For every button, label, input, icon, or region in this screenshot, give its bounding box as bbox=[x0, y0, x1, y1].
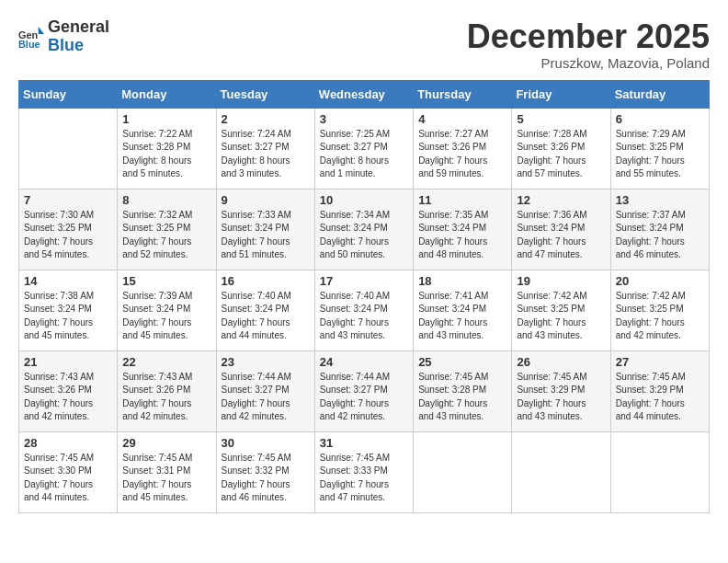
col-header-friday: Friday bbox=[512, 80, 610, 108]
day-number: 22 bbox=[122, 355, 210, 369]
calendar-cell: 22Sunrise: 7:43 AM Sunset: 3:26 PM Dayli… bbox=[118, 350, 216, 431]
day-info: Sunrise: 7:41 AM Sunset: 3:24 PM Dayligh… bbox=[418, 290, 506, 343]
calendar-cell: 31Sunrise: 7:45 AM Sunset: 3:33 PM Dayli… bbox=[314, 431, 413, 512]
day-number: 28 bbox=[24, 436, 112, 450]
day-number: 31 bbox=[320, 436, 408, 450]
day-info: Sunrise: 7:45 AM Sunset: 3:29 PM Dayligh… bbox=[517, 371, 605, 424]
day-info: Sunrise: 7:45 AM Sunset: 3:29 PM Dayligh… bbox=[616, 371, 704, 424]
day-number: 27 bbox=[616, 355, 704, 369]
day-info: Sunrise: 7:45 AM Sunset: 3:33 PM Dayligh… bbox=[320, 452, 408, 505]
day-info: Sunrise: 7:45 AM Sunset: 3:31 PM Dayligh… bbox=[122, 452, 210, 505]
col-header-sunday: Sunday bbox=[19, 80, 118, 108]
col-header-wednesday: Wednesday bbox=[314, 80, 413, 108]
svg-text:Blue: Blue bbox=[18, 39, 40, 50]
day-info: Sunrise: 7:42 AM Sunset: 3:25 PM Dayligh… bbox=[616, 290, 704, 343]
calendar-cell: 25Sunrise: 7:45 AM Sunset: 3:28 PM Dayli… bbox=[414, 350, 512, 431]
day-number: 3 bbox=[320, 112, 408, 126]
calendar-cell: 4Sunrise: 7:27 AM Sunset: 3:26 PM Daylig… bbox=[414, 108, 512, 189]
calendar-cell bbox=[414, 431, 512, 512]
day-info: Sunrise: 7:43 AM Sunset: 3:26 PM Dayligh… bbox=[24, 371, 112, 424]
day-number: 12 bbox=[517, 193, 605, 207]
calendar-cell: 15Sunrise: 7:39 AM Sunset: 3:24 PM Dayli… bbox=[118, 270, 216, 350]
day-info: Sunrise: 7:42 AM Sunset: 3:25 PM Dayligh… bbox=[517, 290, 605, 343]
calendar-cell: 11Sunrise: 7:35 AM Sunset: 3:24 PM Dayli… bbox=[414, 189, 512, 270]
day-number: 14 bbox=[24, 274, 112, 288]
calendar-cell: 28Sunrise: 7:45 AM Sunset: 3:30 PM Dayli… bbox=[19, 431, 118, 512]
day-info: Sunrise: 7:34 AM Sunset: 3:24 PM Dayligh… bbox=[320, 209, 408, 262]
day-number: 16 bbox=[222, 274, 310, 288]
day-number: 1 bbox=[122, 112, 210, 126]
day-number: 17 bbox=[320, 274, 408, 288]
day-number: 25 bbox=[418, 355, 506, 369]
location: Pruszkow, Mazovia, Poland bbox=[467, 55, 710, 71]
col-header-saturday: Saturday bbox=[610, 80, 709, 108]
col-header-thursday: Thursday bbox=[414, 80, 512, 108]
day-info: Sunrise: 7:33 AM Sunset: 3:24 PM Dayligh… bbox=[222, 209, 310, 262]
logo-general: General bbox=[48, 18, 109, 37]
calendar-cell: 19Sunrise: 7:42 AM Sunset: 3:25 PM Dayli… bbox=[512, 270, 610, 350]
calendar-cell: 18Sunrise: 7:41 AM Sunset: 3:24 PM Dayli… bbox=[414, 270, 512, 350]
calendar-cell: 29Sunrise: 7:45 AM Sunset: 3:31 PM Dayli… bbox=[118, 431, 216, 512]
day-number: 29 bbox=[122, 436, 210, 450]
day-number: 20 bbox=[616, 274, 704, 288]
col-header-monday: Monday bbox=[118, 80, 216, 108]
calendar-header: SundayMondayTuesdayWednesdayThursdayFrid… bbox=[19, 80, 710, 108]
calendar-cell: 3Sunrise: 7:25 AM Sunset: 3:27 PM Daylig… bbox=[314, 108, 413, 189]
calendar-cell: 6Sunrise: 7:29 AM Sunset: 3:25 PM Daylig… bbox=[610, 108, 709, 189]
day-info: Sunrise: 7:24 AM Sunset: 3:27 PM Dayligh… bbox=[222, 128, 310, 181]
calendar-cell: 17Sunrise: 7:40 AM Sunset: 3:24 PM Dayli… bbox=[314, 270, 413, 350]
calendar-cell: 30Sunrise: 7:45 AM Sunset: 3:32 PM Dayli… bbox=[216, 431, 314, 512]
day-number: 7 bbox=[24, 193, 112, 207]
calendar-cell: 2Sunrise: 7:24 AM Sunset: 3:27 PM Daylig… bbox=[216, 108, 314, 189]
title-block: December 2025 Pruszkow, Mazovia, Poland bbox=[467, 18, 710, 71]
month-title: December 2025 bbox=[467, 18, 710, 55]
calendar-cell: 5Sunrise: 7:28 AM Sunset: 3:26 PM Daylig… bbox=[512, 108, 610, 189]
day-number: 21 bbox=[24, 355, 112, 369]
calendar-cell: 23Sunrise: 7:44 AM Sunset: 3:27 PM Dayli… bbox=[216, 350, 314, 431]
col-header-tuesday: Tuesday bbox=[216, 80, 314, 108]
calendar-cell bbox=[512, 431, 610, 512]
day-number: 5 bbox=[517, 112, 605, 126]
day-info: Sunrise: 7:43 AM Sunset: 3:26 PM Dayligh… bbox=[122, 371, 210, 424]
svg-marker-1 bbox=[39, 27, 44, 34]
day-number: 2 bbox=[222, 112, 310, 126]
day-info: Sunrise: 7:44 AM Sunset: 3:27 PM Dayligh… bbox=[222, 371, 310, 424]
day-info: Sunrise: 7:45 AM Sunset: 3:28 PM Dayligh… bbox=[418, 371, 506, 424]
day-info: Sunrise: 7:28 AM Sunset: 3:26 PM Dayligh… bbox=[517, 128, 605, 181]
calendar-cell: 9Sunrise: 7:33 AM Sunset: 3:24 PM Daylig… bbox=[216, 189, 314, 270]
calendar-cell: 1Sunrise: 7:22 AM Sunset: 3:28 PM Daylig… bbox=[118, 108, 216, 189]
calendar-cell: 21Sunrise: 7:43 AM Sunset: 3:26 PM Dayli… bbox=[19, 350, 118, 431]
day-number: 18 bbox=[418, 274, 506, 288]
logo: Gen Blue General Blue bbox=[18, 18, 109, 55]
calendar-cell: 10Sunrise: 7:34 AM Sunset: 3:24 PM Dayli… bbox=[314, 189, 413, 270]
day-info: Sunrise: 7:39 AM Sunset: 3:24 PM Dayligh… bbox=[122, 290, 210, 343]
day-info: Sunrise: 7:29 AM Sunset: 3:25 PM Dayligh… bbox=[616, 128, 704, 181]
day-info: Sunrise: 7:25 AM Sunset: 3:27 PM Dayligh… bbox=[320, 128, 408, 181]
page-header: Gen Blue General Blue December 2025 Prus… bbox=[18, 18, 710, 71]
calendar-cell bbox=[19, 108, 118, 189]
day-number: 11 bbox=[418, 193, 506, 207]
day-info: Sunrise: 7:45 AM Sunset: 3:32 PM Dayligh… bbox=[222, 452, 310, 505]
calendar-cell: 13Sunrise: 7:37 AM Sunset: 3:24 PM Dayli… bbox=[610, 189, 709, 270]
calendar-cell: 7Sunrise: 7:30 AM Sunset: 3:25 PM Daylig… bbox=[19, 189, 118, 270]
day-number: 19 bbox=[517, 274, 605, 288]
day-number: 30 bbox=[222, 436, 310, 450]
calendar-cell: 16Sunrise: 7:40 AM Sunset: 3:24 PM Dayli… bbox=[216, 270, 314, 350]
day-number: 6 bbox=[616, 112, 704, 126]
day-number: 10 bbox=[320, 193, 408, 207]
day-info: Sunrise: 7:45 AM Sunset: 3:30 PM Dayligh… bbox=[24, 452, 112, 505]
day-number: 23 bbox=[222, 355, 310, 369]
calendar-cell bbox=[610, 431, 709, 512]
day-number: 9 bbox=[222, 193, 310, 207]
logo-icon: Gen Blue bbox=[18, 24, 44, 50]
calendar-cell: 26Sunrise: 7:45 AM Sunset: 3:29 PM Dayli… bbox=[512, 350, 610, 431]
day-info: Sunrise: 7:40 AM Sunset: 3:24 PM Dayligh… bbox=[320, 290, 408, 343]
day-number: 8 bbox=[122, 193, 210, 207]
day-info: Sunrise: 7:35 AM Sunset: 3:24 PM Dayligh… bbox=[418, 209, 506, 262]
day-info: Sunrise: 7:22 AM Sunset: 3:28 PM Dayligh… bbox=[122, 128, 210, 181]
day-number: 26 bbox=[517, 355, 605, 369]
calendar-cell: 24Sunrise: 7:44 AM Sunset: 3:27 PM Dayli… bbox=[314, 350, 413, 431]
calendar-cell: 27Sunrise: 7:45 AM Sunset: 3:29 PM Dayli… bbox=[610, 350, 709, 431]
day-info: Sunrise: 7:40 AM Sunset: 3:24 PM Dayligh… bbox=[222, 290, 310, 343]
logo-blue: Blue bbox=[48, 37, 109, 55]
